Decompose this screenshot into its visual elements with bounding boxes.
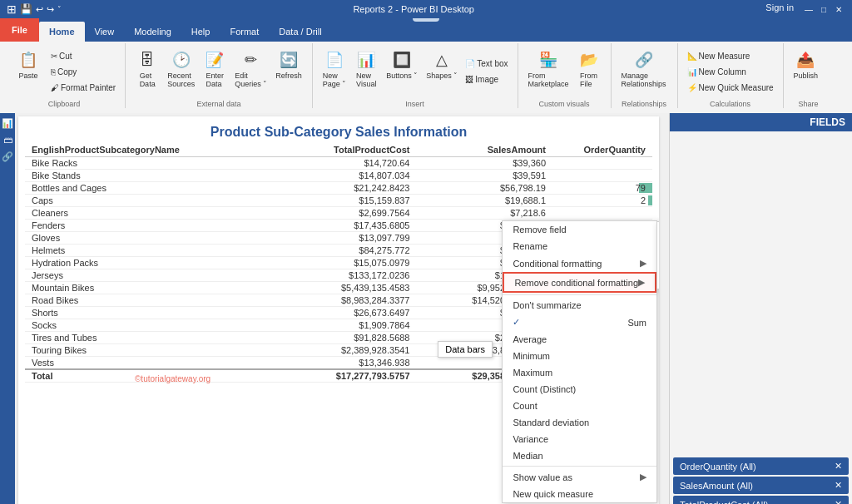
ctx-count-distinct[interactable]: Count (Distinct)	[503, 381, 656, 398]
ctx-variance[interactable]: Variance	[503, 431, 656, 447]
ctx-std-dev[interactable]: Standard deviation	[503, 414, 656, 431]
sub-item-data-bars[interactable]: Data bars	[657, 272, 659, 289]
new-page-icon: 📄	[323, 48, 346, 72]
fields-panel-header: FIELDS	[670, 113, 852, 131]
ctx-sum[interactable]: ✓Sum	[503, 314, 656, 331]
cell-name: Socks	[25, 319, 277, 332]
tab-modeling[interactable]: Modeling	[124, 22, 181, 42]
cell-name: Mountain Bikes	[25, 282, 277, 294]
edit-queries-button[interactable]: ✏EditQueries ˅	[231, 47, 270, 96]
refresh-button[interactable]: 🔄Refresh	[272, 47, 305, 96]
table-row: Bike Racks$14,720.64$39,360	[25, 157, 652, 170]
image-button[interactable]: 🖼 Image	[463, 72, 510, 87]
cut-button[interactable]: ✂ Cut	[48, 48, 118, 63]
new-quick-measure-button[interactable]: ⚡ New Quick Measure	[685, 80, 776, 95]
cell-name: Bike Stands	[25, 170, 277, 182]
cell-name: Hydration Packs	[25, 257, 277, 269]
tab-home[interactable]: Home	[39, 22, 85, 42]
new-measure-button[interactable]: 📐 New Measure	[685, 48, 776, 63]
ribbon-group-clipboard: 📋 Paste ✂ Cut ⎘ Copy 🖌 Format Painter Cl…	[3, 43, 126, 108]
ctx-show-value-as[interactable]: Show value as ▶	[503, 468, 656, 486]
new-visual-button[interactable]: 📊NewVisual	[351, 47, 381, 96]
data-view-icon[interactable]: 🗃	[1, 133, 14, 146]
text-box-button[interactable]: 📄 Text box	[463, 57, 510, 72]
buttons-button[interactable]: 🔲Buttons ˅	[383, 47, 421, 96]
title-bar: ⊞ 💾 ↩ ↪ ˅ Reports 2 - Power BI Desktop S…	[0, 0, 852, 18]
sub-item-font-color[interactable]: Font color scales	[657, 255, 659, 272]
tab-data-drill[interactable]: Data / Drill	[269, 22, 331, 42]
cell-name: Road Bikes	[25, 294, 277, 307]
ctx-median[interactable]: Median	[503, 447, 656, 464]
tab-format[interactable]: Format	[220, 22, 269, 42]
tab-view[interactable]: View	[85, 22, 125, 42]
table-row: Bottles and Cages$21,242.8423$56,798.197…	[25, 182, 652, 195]
close-field-1[interactable]: ✕	[835, 461, 842, 472]
cell-name: Shorts	[25, 307, 277, 319]
new-visual-icon: 📊	[354, 48, 378, 72]
from-marketplace-button[interactable]: 🏪FromMarketplace	[525, 47, 572, 96]
clipboard-label: Clipboard	[8, 98, 120, 108]
table-row: Cleaners$2,699.7564$7,218.6	[25, 207, 652, 220]
ribbon-group-calculations: 📐 New Measure 📊 New Column ⚡ New Quick M…	[678, 43, 784, 108]
new-column-button[interactable]: 📊 New Column	[685, 64, 776, 79]
maximize-button[interactable]: □	[817, 2, 830, 16]
publish-button[interactable]: 📤Publish	[790, 47, 822, 96]
minimize-button[interactable]: —	[802, 2, 815, 16]
publish-icon: 📤	[794, 48, 817, 72]
app-icon: ⊞	[7, 2, 17, 16]
sign-in-link[interactable]: Sign in	[765, 2, 794, 16]
field-total-cost[interactable]: TotalProductCost (All) ✕	[673, 496, 849, 504]
enter-data-button[interactable]: 📝EnterData	[200, 47, 230, 96]
ctx-count[interactable]: Count	[503, 398, 656, 414]
ctx-new-quick-measure[interactable]: New quick measure	[503, 486, 656, 502]
ctx-remove-conditional[interactable]: Remove conditional formatting ▶ All Back…	[503, 272, 656, 293]
from-file-button[interactable]: 📂FromFile	[574, 47, 604, 96]
refresh-icon: 🔄	[277, 48, 300, 72]
file-tab[interactable]: File	[0, 18, 39, 42]
ctx-dont-summarize[interactable]: Don't summarize	[503, 297, 656, 314]
save-icon[interactable]: 💾	[20, 3, 32, 15]
cell-cost: $26,673.6497	[277, 307, 417, 319]
model-view-icon[interactable]: 🔗	[1, 150, 14, 163]
canvas-area: Product Sub-Category Sales Information E…	[15, 113, 669, 504]
paste-button[interactable]: 📋 Paste	[10, 47, 47, 82]
report-title: Product Sub-Category Sales Information	[18, 116, 659, 143]
get-data-button[interactable]: 🗄GetData	[132, 47, 162, 96]
ctx-divider-1	[503, 294, 656, 295]
ctx-minimum[interactable]: Minimum	[503, 348, 656, 364]
ctx-conditional-formatting[interactable]: Conditional formatting ▶	[503, 254, 656, 272]
sub-item-bg-color[interactable]: Background color scales	[657, 239, 659, 255]
ctx-rename[interactable]: Rename	[503, 238, 656, 254]
ctx-remove-field[interactable]: Remove field	[503, 221, 656, 238]
ctx-maximum[interactable]: Maximum	[503, 364, 656, 381]
field-sales-amount[interactable]: SalesAmount (All) ✕	[673, 477, 849, 494]
copy-button[interactable]: ⎘ Copy	[48, 64, 118, 79]
cell-cost: $15,075.0979	[277, 257, 417, 269]
arrow-icon-2: ▶	[638, 277, 645, 288]
manage-relationships-button[interactable]: 🔗ManageRelationships	[618, 47, 670, 96]
recent-sources-button[interactable]: 🕑RecentSources	[164, 47, 198, 96]
ctx-average[interactable]: Average	[503, 331, 656, 348]
cell-name: Caps	[25, 195, 277, 207]
shapes-button[interactable]: △Shapes ˅	[423, 47, 461, 96]
cell-cost: $1,909.7864	[277, 319, 417, 332]
format-painter-button[interactable]: 🖌 Format Painter	[48, 80, 118, 95]
field-order-qty[interactable]: OrderQuantity (All) ✕	[673, 457, 849, 475]
cell-cost: $2,699.7564	[277, 207, 417, 220]
redo-icon[interactable]: ↪	[47, 4, 54, 15]
cell-cost: $21,242.8423	[277, 182, 417, 195]
close-button[interactable]: ✕	[832, 2, 845, 16]
col-header-name: EnglishProductSubcategoryName	[25, 143, 277, 157]
cell-sales: $56,798.19	[417, 182, 553, 195]
close-field-3[interactable]: ✕	[835, 499, 842, 504]
cell-qty	[552, 207, 652, 220]
undo-icon[interactable]: ↩	[36, 4, 43, 15]
report-view-icon[interactable]: 📊	[1, 116, 14, 130]
close-field-2[interactable]: ✕	[835, 480, 842, 491]
col-header-cost: TotalProductCost	[277, 143, 417, 157]
external-data-label: External data	[131, 98, 307, 108]
sub-item-all[interactable]: All	[657, 222, 659, 239]
tab-help[interactable]: Help	[181, 22, 220, 42]
new-page-button[interactable]: 📄NewPage ˅	[320, 47, 350, 96]
cell-cost: $15,159.837	[277, 195, 417, 207]
